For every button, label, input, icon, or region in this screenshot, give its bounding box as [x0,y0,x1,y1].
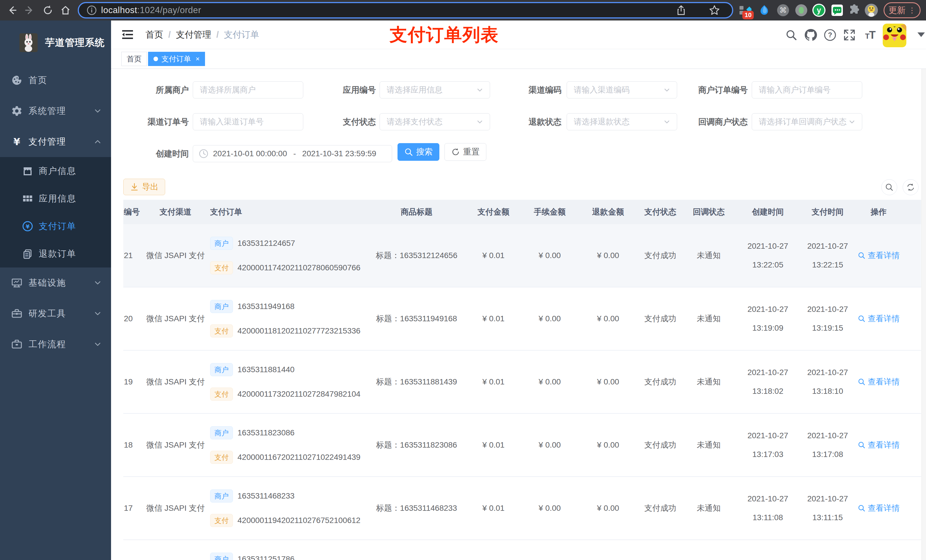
sidebar-item-7[interactable]: 基础设施 [0,267,111,298]
cell-actions [854,540,903,560]
table-refresh-button[interactable] [903,179,918,195]
app-logo[interactable]: 芋道管理系统 [0,21,111,65]
profile-avatar-icon[interactable] [864,3,878,17]
chevron-up-icon [94,138,101,145]
merchant-no: 1635311251786 [238,553,294,560]
cell-order-no: 商户1635312124657 支付4200001174202110278060… [210,224,367,287]
extensions-puzzle-icon[interactable] [847,3,861,17]
cell-refund: ¥ 0.00 [579,477,637,539]
tab-close-icon[interactable]: × [196,55,200,63]
svg-text:⌘: ⌘ [779,6,787,15]
cell-id: 18 [123,414,141,476]
help-icon[interactable]: ? [823,29,837,42]
sidebar-item-2[interactable]: ¥支付管理 [0,126,111,157]
cell-channel [141,540,210,560]
col-header-10: 支付时间 [802,200,854,224]
orders-table: 编号支付渠道支付订单商品标题支付金额手续金额退款金额支付状态回调状态创建时间支付… [123,200,921,560]
table-search-toggle-button[interactable] [881,179,897,195]
scrollbar-track[interactable] [921,69,926,560]
sidebar-menu: 首页系统管理¥支付管理商户信息应用信息¥支付订单退款订单基础设施研发工具工作流程 [0,65,111,360]
sidebar-item-4[interactable]: 应用信息 [0,185,111,212]
cell-actions: 查看详情 [854,287,903,350]
filter-field-3[interactable]: 请输入商户订单编号 [752,82,862,98]
table-row[interactable]: 17 微信 JSAPI 支付 商户1635311468233 支付4200001… [123,477,921,540]
cell-id: 17 [123,477,141,539]
table-row[interactable]: 19 微信 JSAPI 支付 商户1635311881440 支付4200001… [123,350,921,414]
view-detail-link[interactable]: 查看详情 [858,502,900,515]
view-detail-link[interactable]: 查看详情 [858,439,900,451]
sidebar-collapse-icon[interactable] [122,29,133,41]
cell-status: 支付成功 [637,287,683,350]
user-avatar[interactable] [883,24,906,47]
cell-channel: 微信 JSAPI 支付 [141,477,210,539]
tab-pay-order[interactable]: 支付订单 × [148,52,205,66]
active-tab-dot [153,57,158,61]
cell-pay-time: 2021-10-2713:18:10 [802,350,854,413]
merchant-tag: 商户 [210,489,233,503]
sidebar-item-9[interactable]: 工作流程 [0,329,111,360]
cell-pay-time: 2021-10-2713:11:15 [802,477,854,539]
table-row[interactable]: 18 微信 JSAPI 支付 商户1635311823086 支付4200001… [123,414,921,477]
merchant-tag: 商户 [210,237,233,250]
fullscreen-icon[interactable] [843,29,856,42]
extension-recorder-icon[interactable] [794,3,808,17]
sidebar-item-1[interactable]: 系统管理 [0,96,111,126]
sidebar-item-3[interactable]: 商户信息 [0,157,111,185]
cell-refund: ¥ 0.00 [579,350,637,413]
svg-text:¥: ¥ [26,223,29,229]
font-size-icon[interactable]: TT [863,29,876,42]
reset-button[interactable]: 重置 [445,143,486,161]
table-row[interactable]: 商户1635311251786 [123,540,921,560]
browser-forward-icon[interactable] [23,4,36,17]
browser-home-icon[interactable] [59,4,72,17]
bookmark-star-icon[interactable] [709,3,720,17]
tab-home[interactable]: 首页 [121,52,147,66]
address-bar[interactable]: localhost:1024/pay/order [78,2,733,18]
extension-command-icon[interactable]: ⌘ [776,3,790,17]
filter-label-5: 支付状态 [279,113,376,130]
filter-field-7[interactable]: 请选择订单回调商户状态 [752,113,862,130]
extension-badge: 10 [742,11,754,20]
github-icon[interactable] [804,29,817,42]
site-info-icon[interactable] [86,5,97,16]
breadcrumb-pay[interactable]: 支付管理 [176,29,211,41]
cell-actions: 查看详情 [854,224,903,287]
merchant-tag: 商户 [210,552,233,560]
sidebar-item-6[interactable]: 退款订单 [0,240,111,267]
col-header-8: 回调状态 [683,200,734,224]
cell-fee: ¥ 0.00 [520,414,579,476]
extension-y-icon[interactable]: y [812,3,826,17]
view-detail-link[interactable]: 查看详情 [858,376,900,388]
cell-status: 支付成功 [637,477,683,539]
share-icon[interactable] [676,3,687,17]
view-detail-label: 查看详情 [868,439,900,451]
table-row[interactable]: 21 微信 JSAPI 支付 商户1635312124657 支付4200001… [123,224,921,287]
browser-reload-icon[interactable] [42,4,54,17]
cell-amount: ¥ 0.01 [466,414,520,476]
col-header-6: 退款金额 [579,200,637,224]
sidebar-item-8[interactable]: 研发工具 [0,298,111,329]
sidebar-item-0[interactable]: 首页 [0,65,111,96]
browser-update-button[interactable]: 更新 ⋮ [884,2,921,18]
sidebar-item-5[interactable]: ¥支付订单 [0,212,111,240]
cell-status: 支付成功 [637,224,683,287]
cell-fee: ¥ 0.00 [520,287,579,350]
view-detail-link[interactable]: 查看详情 [858,312,900,325]
clock-icon [199,149,209,158]
search-icon[interactable] [785,29,798,42]
create-time-range-picker[interactable]: 2021-10-01 00:00:00 - 2021-10-31 23:59:5… [193,145,392,162]
pay-no: 4200001181202110277723215336 [238,325,360,337]
export-button[interactable]: 导出 [123,179,165,195]
table-row[interactable]: 20 微信 JSAPI 支付 商户1635311949168 支付4200001… [123,287,921,350]
view-detail-link[interactable]: 查看详情 [858,249,900,262]
extension-gem-icon[interactable] [757,3,771,17]
view-detail-label: 查看详情 [868,376,900,388]
extension-chat-icon[interactable] [830,3,844,17]
pay-no: 4200001167202110271022491439 [238,451,360,463]
avatar-dropdown-caret[interactable] [917,32,925,37]
svg-text:?: ? [828,31,832,39]
cell-id: 20 [123,287,141,350]
browser-back-icon[interactable] [6,4,18,17]
breadcrumb-home[interactable]: 首页 [145,29,163,41]
search-button[interactable]: 搜索 [398,143,439,161]
